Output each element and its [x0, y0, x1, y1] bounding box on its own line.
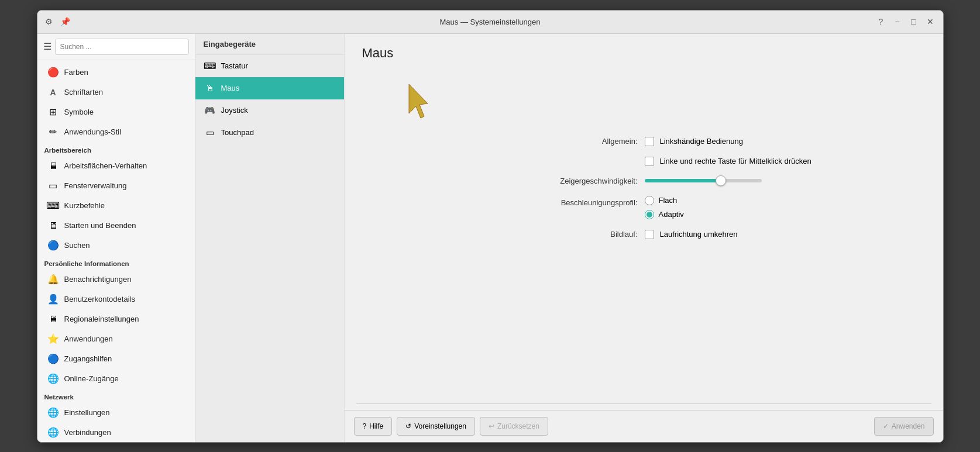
maximize-button[interactable]: □: [907, 15, 921, 29]
linke-rechte-checkbox[interactable]: [645, 157, 654, 166]
middle-item-maus[interactable]: 🖱 Maus: [195, 77, 344, 99]
slider-thumb: [716, 175, 726, 186]
sidebar-item-starten[interactable]: 🖥 Starten und Beenden: [40, 216, 192, 236]
sidebar-item-label: Regionaleinstellungen: [64, 315, 139, 323]
radio-flach-btn[interactable]: [645, 196, 654, 205]
speed-slider[interactable]: [645, 179, 762, 182]
middle-panel-header: Eingabegeräte: [195, 34, 344, 55]
page-title: Maus: [362, 46, 926, 61]
radio-flach-label: Flach: [659, 196, 678, 205]
search-input[interactable]: [55, 39, 189, 55]
middle-item-tastatur[interactable]: ⌨ Tastatur: [195, 55, 344, 77]
maus-icon: 🖱: [204, 82, 216, 95]
mouse-illustration: [397, 78, 444, 125]
sidebar-item-label: Benachrichtigungen: [64, 275, 132, 284]
radio-flach[interactable]: Flach: [645, 196, 684, 205]
kurzbefehle-icon: ⌨: [47, 199, 60, 212]
sidebar-item-zugangshilfen[interactable]: 🔵 Zugangshilfen: [40, 349, 192, 369]
touchpad-icon: ▭: [204, 126, 216, 139]
sidebar-item-online-zugaenge[interactable]: 🌐 Online-Zugänge: [40, 369, 192, 389]
sidebar-item-label: Fensterverwaltung: [64, 181, 127, 190]
sidebar-item-symbole[interactable]: ⊞ Symbole: [40, 102, 192, 122]
middle-item-label: Tastatur: [221, 61, 248, 70]
sidebar-item-label: Anwendungen: [64, 334, 113, 343]
middle-item-joystick[interactable]: 🎮 Joystick: [195, 99, 344, 122]
linkshaendig-checkbox[interactable]: [645, 137, 654, 146]
window-title: Maus — Systemeinstellungen: [440, 18, 541, 26]
zugangshilfen-icon: 🔵: [47, 353, 60, 365]
anwendungen-icon: ⭐: [47, 333, 60, 346]
main-window: ⚙ 📌 Maus — Systemeinstellungen ? − □ ✕ ☰…: [37, 10, 944, 443]
zeigergeschwindigkeit-label: Zeigergeschwindigkeit:: [516, 177, 645, 185]
settings-area: Allgemein: Linkshändige Bedienung Linke …: [516, 137, 926, 239]
hamburger-icon[interactable]: ☰: [43, 41, 51, 52]
main-content: Maus Allgemein:: [345, 34, 943, 442]
sidebar-item-benachrichtigungen[interactable]: 🔔 Benachrichtigungen: [40, 270, 192, 289]
arbeitsflaechen-icon: 🖥: [47, 160, 60, 172]
radio-adaptiv[interactable]: Adaptiv: [645, 210, 684, 219]
close-button[interactable]: ✕: [923, 15, 937, 29]
sidebar-item-benutzerkontodetails[interactable]: 👤 Benutzerkontodetails: [40, 289, 192, 309]
sidebar-item-fensterverwaltung[interactable]: ▭ Fensterverwaltung: [40, 176, 192, 196]
benutzerkontodetails-icon: 👤: [47, 293, 60, 306]
sidebar-item-schriftarten[interactable]: A Schriftarten: [40, 82, 192, 102]
gear-icon[interactable]: ⚙: [43, 16, 55, 27]
zuruecksetzen-button[interactable]: ↩ Zurücksetzen: [480, 417, 548, 436]
sidebar-item-suchen[interactable]: 🔵 Suchen: [40, 236, 192, 256]
main-body: Maus Allgemein:: [345, 34, 943, 398]
sidebar-item-label: Schriftarten: [64, 88, 103, 96]
laufrichtung-text: Laufrichtung umkehren: [660, 230, 738, 239]
help-label: Hilfe: [369, 422, 383, 430]
sidebar-item-regionaleinstellungen[interactable]: 🖥 Regionaleinstellungen: [40, 309, 192, 329]
voreinstellungen-button[interactable]: ↺ Voreinstellungen: [397, 417, 475, 436]
linke-rechte-text: Linke und rechte Taste für Mittelklick d…: [660, 157, 811, 165]
pin-icon[interactable]: 📌: [60, 16, 71, 27]
sidebar-item-farben[interactable]: 🔴 Farben: [40, 63, 192, 82]
anwenden-button[interactable]: ✓ Anwenden: [874, 417, 934, 436]
sidebar-item-label: Anwendungs-Stil: [64, 127, 122, 136]
online-zugaenge-icon: 🌐: [47, 372, 60, 385]
titlebar: ⚙ 📌 Maus — Systemeinstellungen ? − □ ✕: [37, 11, 943, 34]
voreinstellungen-label: Voreinstellungen: [414, 422, 466, 430]
sidebar-item-anwendungs-stil[interactable]: ✏ Anwendungs-Stil: [40, 122, 192, 142]
sidebar-item-label: Benutzerkontodetails: [64, 295, 135, 303]
voreinstellungen-icon: ↺: [405, 422, 411, 430]
slider-control: [645, 179, 762, 182]
sidebar-item-label: Zugangshilfen: [64, 354, 112, 363]
setting-row-linkshaendig: Allgemein: Linkshändige Bedienung: [516, 137, 926, 146]
middle-item-label: Maus: [221, 84, 240, 92]
suchen-icon: 🔵: [47, 239, 60, 252]
sidebar-item-label: Online-Zugänge: [64, 374, 119, 383]
sidebar-item-label: Farben: [64, 68, 88, 77]
linkshaendig-control: Linkshändige Bedienung: [645, 137, 743, 146]
radio-adaptiv-btn[interactable]: [645, 210, 654, 219]
sidebar-item-arbeitsflaechen[interactable]: 🖥 Arbeitsflächen-Verhalten: [40, 156, 192, 176]
middle-panel: Eingabegeräte ⌨ Tastatur 🖱 Maus 🎮 Joysti…: [195, 34, 345, 442]
linkshaendig-text: Linkshändige Bedienung: [660, 137, 743, 146]
middle-item-touchpad[interactable]: ▭ Touchpad: [195, 122, 344, 144]
radio-inner: [647, 212, 652, 218]
help-button[interactable]: ? Hilfe: [354, 417, 393, 436]
sidebar-item-kurzbefehle[interactable]: ⌨ Kurzbefehle: [40, 196, 192, 216]
beschleunigungsprofil-label: Beschleunigungsprofil:: [516, 196, 645, 207]
sidebar-item-verbindungen[interactable]: 🌐 Verbindungen: [40, 423, 192, 442]
cursor-svg: [397, 78, 444, 125]
anwenden-label: Anwenden: [892, 422, 925, 430]
joystick-icon: 🎮: [204, 104, 216, 117]
linke-rechte-control: Linke und rechte Taste für Mittelklick d…: [645, 157, 811, 166]
starten-icon: 🖥: [47, 219, 60, 232]
help-button[interactable]: ?: [874, 15, 888, 29]
allgemein-label: Allgemein:: [516, 137, 645, 146]
section-label-netzwerk: Netzwerk: [37, 389, 195, 403]
sidebar-item-label: Verbindungen: [64, 428, 111, 437]
farben-icon: 🔴: [47, 66, 60, 79]
netzwerk-einstellungen-icon: 🌐: [47, 406, 60, 419]
section-label-persoenlich: Persönliche Informationen: [37, 256, 195, 270]
minimize-button[interactable]: −: [890, 15, 905, 29]
sidebar-item-anwendungen[interactable]: ⭐ Anwendungen: [40, 329, 192, 349]
sidebar-item-label: Suchen: [64, 241, 90, 250]
bildlauf-checkbox[interactable]: [645, 230, 654, 239]
section-label-arbeitsbereich: Arbeitsbereich: [37, 142, 195, 156]
symbole-icon: ⊞: [47, 106, 60, 119]
sidebar-item-netzwerk-einstellungen[interactable]: 🌐 Einstellungen: [40, 403, 192, 423]
